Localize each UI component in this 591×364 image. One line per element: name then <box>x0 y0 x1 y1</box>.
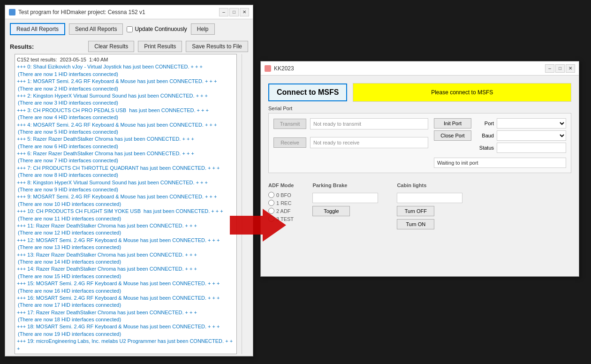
cabin-lights-input <box>397 193 462 203</box>
maximize-button2[interactable]: □ <box>555 64 565 73</box>
log-line: +++ 3: CH PRODUCTS CH PRO PEDALS USB has… <box>17 107 235 114</box>
read-all-reports-button[interactable]: Read All Reports <box>10 23 65 35</box>
log-line: +++ 5: Razer Razer DeathStalker Chroma h… <box>17 136 235 143</box>
log-line: (There are now 15 HID interfaces connect… <box>17 273 235 280</box>
serial-port-label: Serial Port <box>268 106 571 111</box>
baud-select[interactable] <box>497 130 566 141</box>
log-line: +++ 9: MOSART Semi. 2.4G RF Keyboard & M… <box>17 193 235 200</box>
log-line: +++ 6: Razer Razer DeathStalker Chroma h… <box>17 150 235 157</box>
update-continuously-label: Update Continuously <box>135 26 187 32</box>
update-continuously-container: Update Continuously <box>127 26 187 32</box>
receive-row: Receive <box>273 137 428 148</box>
maximize-button[interactable]: □ <box>229 8 239 16</box>
log-line: +++ 12: MOSART Semi. 2.4G RF Keyboard & … <box>17 237 235 244</box>
adf-label: ADF Mode <box>268 182 294 188</box>
log-line: (There are now 19 HID interfaces connect… <box>17 331 235 338</box>
titlebar2-controls: – □ ✕ <box>545 64 575 73</box>
log-line: +++ 4: MOSART Semi. 2.4G RF Keyboard & M… <box>17 121 235 129</box>
minimize-button[interactable]: – <box>219 8 228 16</box>
baud-label: Baud <box>475 133 494 138</box>
results-area[interactable]: C152 test results: 2023-05-15 1:40 AM+++… <box>15 54 237 354</box>
log-line: (There are now 13 HID interfaces connect… <box>17 244 235 251</box>
status-label: Status <box>475 145 494 151</box>
log-line: (There are now 7 HID interfaces connecte… <box>17 157 235 164</box>
clear-results-button[interactable]: Clear Results <box>88 41 134 52</box>
scrollbar[interactable] <box>242 54 248 354</box>
log-line: +++ 11: Razer Razer DeathStalker Chroma … <box>17 222 235 229</box>
port-row: Port <box>475 118 566 129</box>
connect-msfs-button[interactable]: Connect to MSFS <box>268 83 347 101</box>
send-all-reports-button[interactable]: Send All Reports <box>69 23 123 35</box>
log-line: +++ 19: microEngineering Labs, Inc. mela… <box>17 338 235 352</box>
adf-radio-0[interactable] <box>268 192 274 198</box>
toolbar1: Read All Reports Send All Reports Update… <box>5 19 253 39</box>
cabin-lights-label: Cabin lights <box>397 182 462 188</box>
waiting-row <box>434 158 566 168</box>
adf-label-1: 1 REC <box>276 200 291 206</box>
log-line: +++ 13: Razer Razer DeathStalker Chroma … <box>17 251 235 258</box>
log-line: (There are now 8 HID interfaces connecte… <box>17 172 235 179</box>
adf-option-1[interactable]: 1 REC <box>268 200 294 206</box>
arrow-icon <box>230 206 286 245</box>
adf-section: ADF Mode 0 BFO 1 REC 2 ADF 3 TEST Parkin… <box>261 177 579 235</box>
save-results-button[interactable]: Save Results to File <box>186 41 248 52</box>
log-line: (There are now 1 HID interfaces connecte… <box>17 71 235 78</box>
port-select[interactable] <box>497 118 566 129</box>
close-button2[interactable]: ✕ <box>566 64 575 73</box>
log-line: C152 test results: 2023-05-15 1:40 AM <box>17 56 235 63</box>
parking-brake-group: Parking Brake Toggle <box>312 182 378 229</box>
turn-off-button[interactable]: Turn OFF <box>397 206 434 216</box>
results-label: Results: <box>10 43 34 50</box>
receive-button[interactable]: Receive <box>273 137 306 148</box>
titlebar2: KK2023 – □ ✕ <box>261 61 579 76</box>
log-line: +++ 17: Razer Razer DeathStalker Chroma … <box>17 309 235 316</box>
log-line: +++ 10: CH PRODUCTS CH FLIGHT SIM YOKE U… <box>17 208 235 215</box>
log-line: (There are now 17 HID interfaces connect… <box>17 302 235 309</box>
titlebar1-controls: – □ ✕ <box>219 8 249 16</box>
log-line: (There are now 4 HID interfaces connecte… <box>17 114 235 121</box>
app-icon2 <box>265 65 271 72</box>
log-line: (There are now 18 HID interfaces connect… <box>17 316 235 323</box>
turn-on-button[interactable]: Turn ON <box>397 219 434 229</box>
log-line: (There are now 12 HID interfaces connect… <box>17 229 235 236</box>
close-port-button[interactable]: Close Port <box>434 130 471 141</box>
log-line: +++ 0: Shaul Eizikovich vJoy - Virtual J… <box>17 63 235 70</box>
parking-brake-label: Parking Brake <box>312 182 378 188</box>
print-results-button[interactable]: Print Results <box>138 41 182 52</box>
log-line: +++ 18: MOSART Semi. 2.4G RF Keyboard & … <box>17 323 235 330</box>
app-icon <box>9 9 15 15</box>
help-button[interactable]: Help <box>191 23 215 35</box>
log-line: (There are now 14 HID interfaces connect… <box>17 258 235 265</box>
log-line: +++ 8: Kingston HyperX Virtual Surround … <box>17 179 235 186</box>
log-line: (There are now 10 HID interfaces connect… <box>17 201 235 208</box>
parking-brake-input <box>312 193 378 203</box>
results-bar: Results: Clear Results Print Results Sav… <box>5 39 253 54</box>
adf-label-0: 0 BFO <box>276 192 291 198</box>
port-label: Port <box>475 121 494 126</box>
status-input <box>497 143 566 153</box>
window1-title: Test program for HIDmaker project: Cessn… <box>18 9 145 15</box>
toggle-button[interactable]: Toggle <box>312 206 350 216</box>
log-line: (There are now 20 HID interfaces connect… <box>17 352 235 354</box>
update-continuously-checkbox[interactable] <box>127 26 133 32</box>
transmit-status <box>310 118 428 129</box>
log-line: +++ 16: MOSART Semi. 2.4G RF Keyboard & … <box>17 295 235 302</box>
log-line: (There are now 11 HID interfaces connect… <box>17 215 235 222</box>
window2-title: KK2023 <box>274 65 294 72</box>
receive-status <box>310 137 428 148</box>
log-line: (There are now 16 HID interfaces connect… <box>17 288 235 295</box>
svg-marker-0 <box>230 209 286 242</box>
log-line: (There are now 3 HID interfaces connecte… <box>17 99 235 106</box>
close-button1[interactable]: ✕ <box>240 8 249 16</box>
titlebar1: Test program for HIDmaker project: Cessn… <box>5 5 253 19</box>
init-port-button[interactable]: Init Port <box>434 118 471 129</box>
minimize-button2[interactable]: – <box>545 64 554 73</box>
adf-option-0[interactable]: 0 BFO <box>268 192 294 198</box>
transmit-button[interactable]: Transmit <box>273 119 306 129</box>
baud-row: Baud <box>475 130 566 141</box>
adf-radio-1[interactable] <box>268 200 274 206</box>
cabin-lights-group: Cabin lights Turn OFF Turn ON <box>397 182 462 229</box>
log-line: (There are now 5 HID interfaces connecte… <box>17 129 235 136</box>
log-line: +++ 15: MOSART Semi. 2.4G RF Keyboard & … <box>17 280 235 287</box>
log-line: (There are now 9 HID interfaces connecte… <box>17 186 235 193</box>
